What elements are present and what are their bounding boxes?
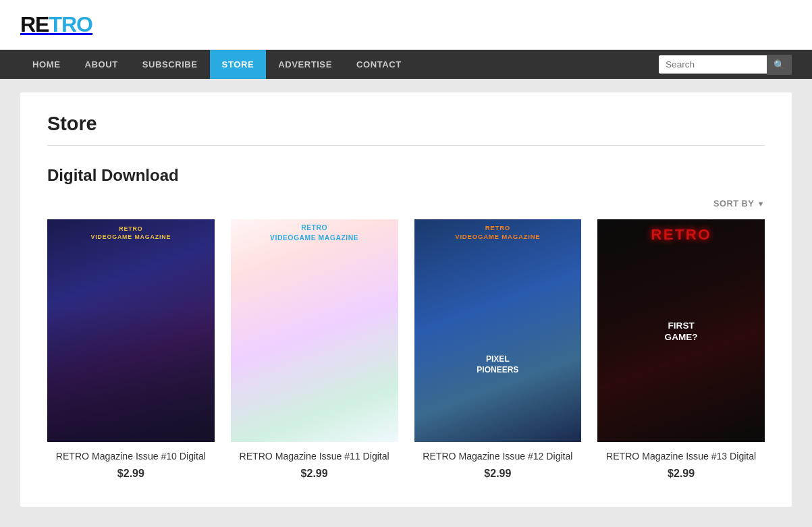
product-image-11	[231, 219, 398, 442]
product-card-13[interactable]: RETRO Magazine Issue #13 Digital $2.99	[597, 219, 765, 480]
search-button[interactable]: 🔍	[767, 55, 792, 75]
product-price-10: $2.99	[117, 468, 144, 480]
product-card-12[interactable]: RETRO Magazine Issue #12 Digital $2.99	[414, 219, 582, 480]
product-name-13: RETRO Magazine Issue #13 Digital	[606, 450, 756, 464]
product-card-10[interactable]: RETRO Magazine Issue #10 Digital $2.99	[47, 219, 215, 480]
product-image-13	[597, 219, 765, 442]
product-image-12	[414, 219, 582, 442]
product-price-11: $2.99	[301, 468, 328, 480]
product-price-13: $2.99	[668, 468, 695, 480]
nav-links: HOME ABOUT SUBSCRIBE STORE ADVERTISE CON…	[20, 50, 659, 79]
product-name-12: RETRO Magazine Issue #12 Digital	[423, 450, 572, 464]
nav-item-home[interactable]: HOME	[20, 50, 72, 79]
chevron-down-icon: ▼	[757, 200, 765, 208]
main-content: Store Digital Download SORT BY ▼ RETRO M…	[0, 79, 812, 520]
nav-item-subscribe[interactable]: SUBSCRIBE	[130, 50, 210, 79]
product-grid: RETRO Magazine Issue #10 Digital $2.99 R…	[47, 219, 765, 480]
nav-item-store[interactable]: STORE	[210, 50, 267, 79]
product-card-11[interactable]: RETRO Magazine Issue #11 Digital $2.99	[231, 219, 398, 480]
sort-by-button[interactable]: SORT BY ▼	[713, 198, 765, 209]
store-container: Store Digital Download SORT BY ▼ RETRO M…	[20, 92, 792, 507]
nav-item-contact[interactable]: CONTACT	[344, 50, 414, 79]
nav-search: 🔍	[659, 55, 792, 75]
sort-by-label-text: SORT BY	[713, 198, 754, 209]
sort-bar: SORT BY ▼	[47, 198, 765, 209]
site-header: RETRO	[0, 0, 812, 50]
product-price-12: $2.99	[484, 468, 511, 480]
product-name-11: RETRO Magazine Issue #11 Digital	[240, 450, 389, 464]
logo-re: RE	[20, 12, 49, 36]
nav-item-advertise[interactable]: ADVERTISE	[266, 50, 344, 79]
search-input[interactable]	[659, 55, 767, 74]
product-image-10	[47, 219, 215, 442]
nav-item-about[interactable]: ABOUT	[72, 50, 130, 79]
page-title: Store	[47, 113, 765, 146]
product-name-10: RETRO Magazine Issue #10 Digital	[56, 450, 206, 464]
site-logo[interactable]: RETRO	[20, 12, 92, 36]
section-title: Digital Download	[47, 166, 765, 185]
site-navigation: HOME ABOUT SUBSCRIBE STORE ADVERTISE CON…	[0, 50, 812, 79]
logo-tro: TRO	[49, 12, 92, 36]
